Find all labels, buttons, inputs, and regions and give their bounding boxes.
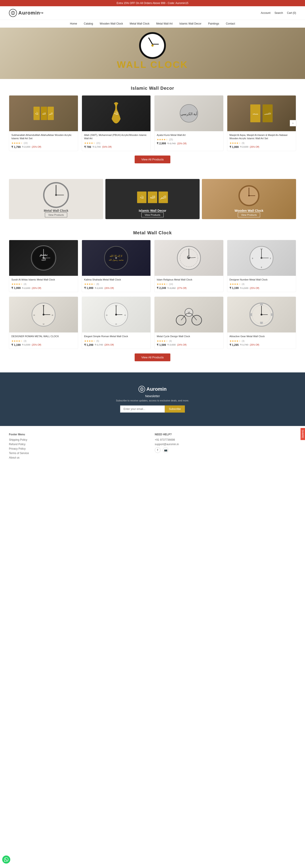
product-card[interactable]: ﷲ الله اکبر Subhanallah Alhamdulillah Al… <box>9 95 78 151</box>
price-row: ₹ 1,199 ₹ 1,599 (25% Off) <box>11 343 76 346</box>
nav-paintings[interactable]: Paintings <box>208 22 219 25</box>
footer-refund-policy[interactable]: Refund Policy <box>9 443 150 446</box>
nav-metal-wall-art[interactable]: Metal Wall Art <box>156 22 173 25</box>
clock-center <box>151 44 154 46</box>
product-info: Metal Cycle Design Wall Clock ★★★★☆ (4) … <box>154 333 223 348</box>
price-row: ₹ 1,299 ₹ 1,749 (26% Off) <box>84 343 149 346</box>
svg-text:IX: IX <box>33 314 35 316</box>
search-link[interactable]: Search <box>274 11 283 14</box>
nav-home[interactable]: Home <box>70 22 77 25</box>
product-info: DESIGNER ROMAN METAL WALL CLOCK ★★★★☆ (3… <box>9 333 78 348</box>
category-view-btn[interactable]: View Products <box>141 212 164 217</box>
product-name: Elegant Simple Roman Metal Wall Clock <box>84 335 149 338</box>
category-label: Islamic Wall Decor <box>139 209 166 212</box>
product-stars: ★★★★☆ (22) <box>11 142 76 145</box>
footer-privacy-policy[interactable]: Privacy Policy <box>9 447 150 450</box>
islamic-section-title: Islamic Wall Decor <box>9 86 296 91</box>
newsletter-section: Auromin Newsletter Subscribe to receive … <box>0 372 305 426</box>
product-image: ☪ <box>154 240 223 276</box>
nav-contact[interactable]: Contact <box>226 22 235 25</box>
product-info: Masjid Al Aqsa, Masjid Al-Haram & Masjid… <box>227 131 296 151</box>
product-card[interactable]: لا إله إلا الله محمد رسول الله Kalima Sh… <box>82 240 151 292</box>
product-image: آية الكرسي <box>154 95 223 131</box>
svg-text:6: 6 <box>261 266 262 269</box>
newsletter-logo: Auromin <box>108 386 197 393</box>
svg-text:ﷲ: ﷲ <box>35 112 38 115</box>
price-row: ₹ 2,249 ₹ 3,082 (27% Off) <box>157 286 221 290</box>
product-card[interactable]: مسجد الأقصى Masjid Al Aqsa, Masjid Al-Ha… <box>227 95 296 151</box>
svg-text:ﷲ: ﷲ <box>114 111 118 115</box>
product-name: Masjid Al Aqsa, Masjid Al-Haram & Masjid… <box>230 133 294 141</box>
newsletter-subscribe-btn[interactable]: Subscribe <box>165 405 185 412</box>
product-image: لا إله إلا الله محمد رسول الله <box>82 240 151 276</box>
svg-text:9: 9 <box>252 257 253 259</box>
footer-shipping-policy[interactable]: Shipping Policy <box>9 438 150 441</box>
footer: Footer Menu Shipping Policy Refund Polic… <box>0 426 305 467</box>
category-view-btn[interactable]: View Products <box>45 212 67 217</box>
newsletter-logo-icon <box>139 386 145 393</box>
nav-metal-wall-clock[interactable]: Metal Wall Clock <box>130 22 150 25</box>
product-card[interactable]: ☪ Islam Religious Metal Wall Clock ★★★★☆… <box>154 240 223 292</box>
svg-text:3: 3 <box>270 257 271 259</box>
svg-text:VI: VI <box>43 323 44 325</box>
price-row: ₹ 1,999 ₹ 2,699 (26% Off) <box>11 286 76 290</box>
nav-islamic-wall-decor[interactable]: Islamic Wall Decor <box>179 22 202 25</box>
footer-phone: +91 9737736698 <box>155 438 296 441</box>
newsletter-email-input[interactable] <box>120 405 165 412</box>
product-image: XII III VI IX <box>82 297 151 333</box>
price-row: ₹ 799 ₹ 1,749 (54% Off) <box>84 146 149 149</box>
nav-wooden-wall-clock[interactable]: Wooden Wall Clock <box>100 22 123 25</box>
product-info: Attractive Gear Metal Wall Clock ★★★★☆ (… <box>227 333 296 348</box>
view-all-islamic-btn[interactable]: View All Products <box>134 156 171 163</box>
social-icons: f 📷 <box>155 447 296 453</box>
svg-text:آية الكرسي: آية الكرسي <box>181 112 197 116</box>
cart-link[interactable]: Cart (0) <box>287 11 296 14</box>
category-card-metal[interactable]: Metal Wall Clock View Products <box>9 179 103 219</box>
footer-terms[interactable]: Terms of Service <box>9 452 150 455</box>
footer-about[interactable]: About us <box>9 456 150 459</box>
product-image: ﷲ الله اکبر <box>9 95 78 131</box>
product-stars: ★★★★☆ (4) <box>11 283 76 286</box>
price-row: ₹ 1,999 ₹ 2,699 (26% Off) <box>84 286 149 290</box>
product-card[interactable]: 12 3 6 9 Designer Number Metal Wall Cloc… <box>227 240 296 292</box>
brand-name: Auromin <box>18 10 40 16</box>
footer-help-col: NEED HELP? +91 9737736698 support@auromi… <box>155 433 296 461</box>
svg-text:محمد رسول الله: محمد رسول الله <box>109 259 124 261</box>
islamic-section: Islamic Wall Decor ﷲ الله اکبر Subhanall… <box>0 79 305 175</box>
svg-point-34 <box>115 257 117 259</box>
product-card[interactable]: XII III VI IX Elegant Simple Roman Metal… <box>82 297 151 349</box>
facebook-icon[interactable]: f <box>155 447 160 453</box>
product-card[interactable]: آية الكرسي Ayatul Kursi Metal Wall Art ★… <box>154 95 223 151</box>
product-card[interactable]: بسم الله Surah Al Ikhlas Islamic Metal W… <box>9 240 78 292</box>
svg-text:IX: IX <box>106 314 108 316</box>
product-stars: ★★★★☆ (9) <box>230 142 294 145</box>
product-info: Surah Al Ikhlas Islamic Metal Wall Clock… <box>9 276 78 292</box>
product-image <box>227 297 296 333</box>
banner-text: Extra 15% OFF On All Orders Above 999 - … <box>117 2 188 5</box>
product-image: ﷲ <box>82 95 151 131</box>
footer-email: support@auromin.in <box>155 443 296 446</box>
instagram-icon[interactable]: 📷 <box>163 447 169 453</box>
logo[interactable]: AurominTM <box>9 9 43 17</box>
product-stars: ★★★★☆ (4) <box>230 283 294 286</box>
account-link[interactable]: Account <box>261 11 270 14</box>
category-label: Wooden Wall Clock <box>235 209 263 212</box>
category-card-wooden[interactable]: Wooden Wall Clock View Products <box>202 179 296 219</box>
category-view-btn[interactable]: View Products <box>238 212 260 217</box>
product-info: Kalima Shahada Metal Wall Clock ★★★★☆ (8… <box>82 276 151 292</box>
price-row: ₹ 1,799 ₹ 2,399 (25% Off) <box>11 146 76 149</box>
product-card[interactable]: Attractive Gear Metal Wall Clock ★★★★☆ (… <box>227 297 296 349</box>
price-row: ₹ 1,295 ₹ 1,749 (26% Off) <box>230 343 294 346</box>
scroll-right-arrow[interactable]: › <box>290 120 296 126</box>
product-info: Islam Religious Metal Wall Clock ★★★★☆ (… <box>154 276 223 292</box>
side-share-btn[interactable]: SHARE <box>301 428 305 440</box>
product-card[interactable]: ﷲ Allah (SWT), Mohammad (PBUH) Acrylic/W… <box>82 95 151 151</box>
product-card[interactable]: XII III VI IX DESIGNER ROMAN METAL WALL … <box>9 297 78 349</box>
view-all-metal-btn[interactable]: View All Products <box>134 353 171 361</box>
product-card[interactable]: VI Metal Cycle Design Wall Clock ★★★★☆ (… <box>154 297 223 349</box>
svg-text:اکبر: اکبر <box>49 112 53 115</box>
product-name: Islam Religious Metal Wall Clock <box>157 278 221 281</box>
nav-catalog[interactable]: Catalog <box>84 22 93 25</box>
svg-text:الأقصى: الأقصى <box>264 113 271 115</box>
category-card-islamic[interactable]: ﷲ الله اکبر Islamic Wall Decor View Prod… <box>105 179 200 219</box>
